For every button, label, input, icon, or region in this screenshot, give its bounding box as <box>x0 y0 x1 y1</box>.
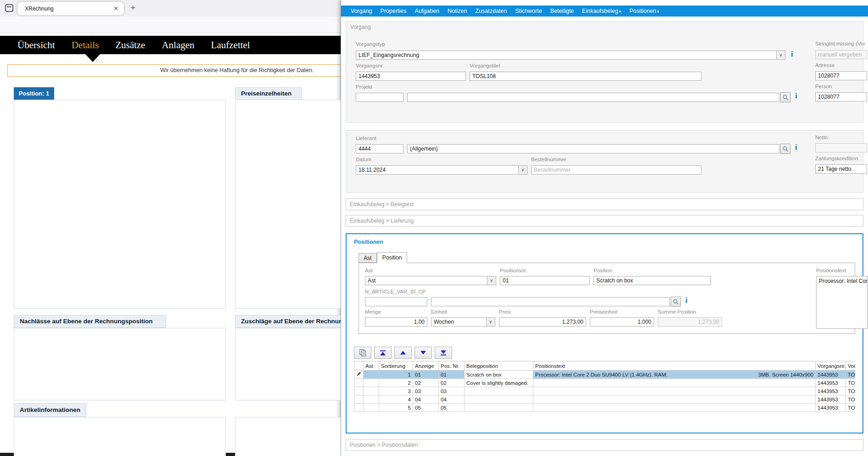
move-top-icon <box>380 350 386 355</box>
erp-menu-bar: Vorgang Properties Aufgaben Notizen Zusa… <box>341 6 868 17</box>
field-label: Positionsnr. <box>500 268 527 273</box>
arrow-down-icon <box>420 351 426 355</box>
groupbox-caption: Vorgang <box>350 24 371 30</box>
browser-window: XRechnung file:///C:/data/xRechnung/Visu… <box>0 0 341 456</box>
info-icon[interactable] <box>685 296 688 305</box>
magnifier-icon <box>672 298 679 305</box>
field-label: Preis <box>499 309 511 315</box>
adresse-input[interactable]: 1028077 <box>815 71 867 80</box>
beleg-groupbox <box>346 130 863 193</box>
projekt-nr-input[interactable] <box>356 93 403 102</box>
table-row[interactable]: 1 01 01 Scratch on box Processor: Intel … <box>354 371 856 379</box>
info-icon[interactable] <box>791 50 793 59</box>
positionen-title: Positionen <box>354 239 383 245</box>
info-icon[interactable] <box>795 143 797 152</box>
tab-ast[interactable]: Ast <box>358 253 377 263</box>
lookup-button[interactable] <box>780 92 790 102</box>
position-card <box>14 100 226 309</box>
zahlungskondition-input[interactable]: 21 Tage netto <box>815 164 867 174</box>
active-tab-pointer <box>85 54 100 62</box>
positionstext-textarea[interactable]: Processor: Intel Core 2 Duo SU9400 LV (1… <box>816 276 868 329</box>
menu-vorgang[interactable]: Vorgang <box>347 8 376 14</box>
field-label: Adresse <box>815 62 834 68</box>
copy-row-button[interactable] <box>354 347 371 359</box>
lookup-button[interactable] <box>780 144 790 154</box>
field-label: N_ARTICLE_VAR_ID_CP <box>365 289 426 294</box>
browser-toolbar: file:///C:/data/xRechnung/Visualization/… <box>0 17 341 33</box>
position-badge: Position: 1 <box>14 87 54 100</box>
table-row[interactable]: 2 02 02 Cover is slightly damaged. 14439… <box>354 379 856 387</box>
field-label: StringInt missing (Vor <box>815 41 867 46</box>
field-label: Vorgangstyp <box>356 41 385 47</box>
bestellnummer-input[interactable] <box>531 165 701 175</box>
combo-arrow-icon[interactable] <box>486 318 495 326</box>
tab-close-icon[interactable] <box>113 5 118 12</box>
nav-laufzettel[interactable]: Laufzettel <box>211 39 250 51</box>
desktop: XRechnung file:///C:/data/xRechnung/Visu… <box>0 0 868 456</box>
datum-select[interactable]: 18.11.2024 <box>356 165 527 175</box>
tab-library-icon[interactable] <box>5 4 13 12</box>
field-label: Bestellnummer <box>531 157 566 162</box>
vorgangsnr-input[interactable]: 1443953 <box>356 72 466 81</box>
section-einkaufsbeleg-lieferung[interactable]: Einkaufsbeleg > Lieferung <box>346 215 863 227</box>
menu-stichworte[interactable]: Stichworte <box>511 8 546 14</box>
info-icon[interactable] <box>795 91 797 101</box>
positionsnr-input[interactable]: 01 <box>500 276 590 285</box>
tab-title: XRechnung <box>25 6 54 12</box>
einheit-select[interactable]: Wochen <box>431 317 495 327</box>
netto-input[interactable] <box>815 143 867 152</box>
lieferant-nr-input[interactable]: 4444 <box>356 144 403 153</box>
combo-arrow-icon[interactable] <box>776 51 785 59</box>
table-row[interactable]: 5 05 05 1443953 TOSL108 <box>354 404 856 412</box>
move-up-button[interactable] <box>394 347 412 359</box>
menu-notizen[interactable]: Notizen <box>443 8 471 14</box>
zuschlag-card-header: Zuschläge auf Ebene der Rechnungspositio… <box>235 315 341 328</box>
move-down-button[interactable] <box>414 347 432 359</box>
preis-card-header: Preiseinzelheiten <box>235 87 302 100</box>
nav-uebersicht[interactable]: Übersicht <box>17 39 55 51</box>
menu-properties[interactable]: Properties <box>376 8 411 14</box>
page-nav-bar: Übersicht Details Zusätze Anlagen Laufze… <box>0 36 341 54</box>
article-nr-input[interactable] <box>365 297 427 306</box>
menge-input[interactable]: 1,00 <box>365 317 427 327</box>
preiseinheit-input[interactable]: 1,000 <box>590 317 654 327</box>
lookup-button[interactable] <box>671 297 681 307</box>
vorgangstitel-input[interactable]: TOSL108 <box>470 72 701 81</box>
article-name-input[interactable] <box>431 297 670 306</box>
table-row[interactable]: 3 03 03 1443953 TOSL108 <box>354 387 856 395</box>
new-tab-icon[interactable] <box>130 3 135 13</box>
combo-arrow-icon[interactable] <box>518 166 527 174</box>
ast-select[interactable]: Ast <box>365 276 496 285</box>
menu-aufgaben[interactable]: Aufgaben <box>411 8 444 14</box>
position-input[interactable]: Scratch on box <box>594 276 711 285</box>
nav-anlagen[interactable]: Anlagen <box>162 39 194 51</box>
row-edit-marker <box>354 371 364 379</box>
browser-tab[interactable]: XRechnung <box>17 2 124 15</box>
move-bottom-button[interactable] <box>435 347 452 359</box>
field-label: Menge <box>365 309 381 315</box>
move-top-button[interactable] <box>374 347 392 359</box>
vorgangstyp-select[interactable]: LIEF_Eingangsrechnung <box>356 51 785 60</box>
menu-beteiligte[interactable]: Beteiligte <box>546 8 578 14</box>
nav-details[interactable]: Details <box>72 39 99 51</box>
section-positionen-positionsdaten[interactable]: Positionen > Positionsdaten <box>346 439 863 451</box>
menu-einkaufsbeleg[interactable]: Einkaufsbeleg <box>578 8 625 14</box>
projekt-name-input[interactable] <box>407 93 779 102</box>
menu-zusatzdaten[interactable]: Zusatzdaten <box>471 8 511 14</box>
browser-tab-strip: XRechnung <box>0 0 341 17</box>
nav-zusaetze[interactable]: Zusätze <box>115 39 145 51</box>
combo-arrow-icon[interactable] <box>487 276 496 285</box>
section-einkaufsbeleg-belegtext[interactable]: Einkaufsbeleg > Belegtext <box>346 198 863 210</box>
copy-icon <box>359 349 366 356</box>
tab-position[interactable]: Position <box>377 252 407 263</box>
menu-positionen[interactable]: Positionen <box>625 8 663 14</box>
person-input[interactable]: 1028077 <box>815 92 867 101</box>
field-label: Zahlungskondition <box>815 156 858 161</box>
disclaimer-text: Wir übernehmen keine Haftung für die Ric… <box>8 65 341 76</box>
artikel-card-header: Artikelinformationen <box>14 403 86 417</box>
stringint-input[interactable]: manuell vergeben <box>815 50 867 59</box>
magnifier-icon <box>782 146 789 152</box>
table-row[interactable]: 4 04 04 1443953 TOSL108 <box>354 395 856 404</box>
preis-input[interactable]: 1.273,00 <box>499 317 586 327</box>
lieferant-name-input[interactable]: (Allgemein) <box>407 144 779 153</box>
